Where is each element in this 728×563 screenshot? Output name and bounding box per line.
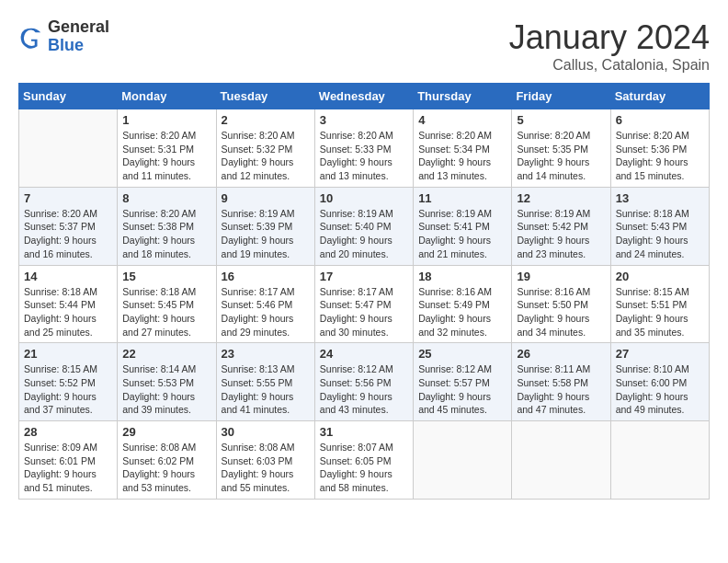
day-info: Sunrise: 8:13 AMSunset: 5:55 PMDaylight:… [222, 362, 310, 417]
day-cell: 6Sunrise: 8:20 AMSunset: 5:36 PMDaylight… [610, 109, 709, 188]
day-number: 23 [222, 347, 310, 361]
day-cell: 13Sunrise: 8:18 AMSunset: 5:43 PMDayligh… [610, 187, 709, 265]
day-info: Sunrise: 8:20 AMSunset: 5:37 PMDaylight:… [24, 207, 112, 261]
header-cell-monday: Monday [118, 84, 216, 109]
day-info: Sunrise: 8:20 AMSunset: 5:36 PMDaylight:… [616, 129, 704, 183]
day-number: 20 [616, 270, 704, 283]
day-cell [610, 421, 709, 500]
day-number: 19 [517, 270, 605, 283]
day-info: Sunrise: 8:19 AMSunset: 5:41 PMDaylight:… [418, 207, 506, 261]
week-row-1: 1Sunrise: 8:20 AMSunset: 5:31 PMDaylight… [19, 109, 710, 188]
day-info: Sunrise: 8:16 AMSunset: 5:50 PMDaylight:… [517, 285, 605, 339]
day-cell: 30Sunrise: 8:08 AMSunset: 6:03 PMDayligh… [216, 421, 314, 500]
week-row-4: 21Sunrise: 8:15 AMSunset: 5:52 PMDayligh… [19, 343, 710, 421]
day-cell: 28Sunrise: 8:09 AMSunset: 6:01 PMDayligh… [19, 421, 118, 500]
day-cell: 27Sunrise: 8:10 AMSunset: 6:00 PMDayligh… [610, 343, 709, 421]
day-info: Sunrise: 8:18 AMSunset: 5:44 PMDaylight:… [24, 285, 112, 339]
day-info: Sunrise: 8:12 AMSunset: 5:56 PMDaylight:… [320, 362, 408, 417]
day-number: 7 [24, 191, 112, 205]
logo: General Blue [18, 18, 109, 55]
day-number: 3 [320, 113, 408, 127]
day-info: Sunrise: 8:18 AMSunset: 5:45 PMDaylight:… [122, 285, 210, 339]
day-cell: 24Sunrise: 8:12 AMSunset: 5:56 PMDayligh… [314, 343, 413, 421]
day-number: 6 [616, 113, 704, 127]
header-cell-sunday: Sunday [19, 84, 118, 109]
day-cell: 12Sunrise: 8:19 AMSunset: 5:42 PMDayligh… [512, 187, 610, 265]
day-number: 9 [222, 191, 310, 205]
day-number: 22 [122, 347, 210, 361]
day-info: Sunrise: 8:15 AMSunset: 5:51 PMDaylight:… [616, 285, 704, 339]
week-row-5: 28Sunrise: 8:09 AMSunset: 6:01 PMDayligh… [19, 421, 710, 500]
header-cell-tuesday: Tuesday [216, 84, 314, 109]
page-header: General Blue January 2024 Callus, Catalo… [18, 18, 710, 74]
day-info: Sunrise: 8:10 AMSunset: 6:00 PMDaylight:… [616, 362, 704, 417]
day-info: Sunrise: 8:17 AMSunset: 5:46 PMDaylight:… [222, 285, 310, 339]
day-number: 25 [418, 347, 506, 361]
day-cell: 2Sunrise: 8:20 AMSunset: 5:32 PMDaylight… [216, 109, 314, 188]
day-number: 27 [616, 347, 704, 361]
day-number: 18 [418, 270, 506, 283]
day-cell: 3Sunrise: 8:20 AMSunset: 5:33 PMDaylight… [314, 109, 413, 188]
day-info: Sunrise: 8:12 AMSunset: 5:57 PMDaylight:… [418, 362, 506, 417]
day-cell: 18Sunrise: 8:16 AMSunset: 5:49 PMDayligh… [414, 265, 512, 343]
day-number: 10 [320, 191, 408, 205]
day-cell: 17Sunrise: 8:17 AMSunset: 5:47 PMDayligh… [314, 265, 413, 343]
logo-blue-text: Blue [48, 37, 109, 55]
day-number: 2 [222, 113, 310, 127]
day-cell: 25Sunrise: 8:12 AMSunset: 5:57 PMDayligh… [414, 343, 512, 421]
day-cell: 16Sunrise: 8:17 AMSunset: 5:46 PMDayligh… [216, 265, 314, 343]
header-cell-saturday: Saturday [610, 84, 709, 109]
header-cell-thursday: Thursday [414, 84, 512, 109]
day-number: 30 [222, 425, 310, 439]
day-cell: 20Sunrise: 8:15 AMSunset: 5:51 PMDayligh… [610, 265, 709, 343]
logo-general-text: General [48, 18, 109, 37]
title-block: January 2024 Callus, Catalonia, Spain [509, 18, 710, 74]
calendar-table: SundayMondayTuesdayWednesdayThursdayFrid… [18, 83, 710, 500]
day-cell: 29Sunrise: 8:08 AMSunset: 6:02 PMDayligh… [118, 421, 216, 500]
day-info: Sunrise: 8:15 AMSunset: 5:52 PMDaylight:… [24, 362, 112, 417]
day-number: 29 [122, 425, 210, 439]
day-info: Sunrise: 8:08 AMSunset: 6:02 PMDaylight:… [122, 441, 210, 495]
logo-text: General Blue [48, 18, 109, 55]
day-number: 14 [24, 270, 112, 283]
day-cell: 22Sunrise: 8:14 AMSunset: 5:53 PMDayligh… [118, 343, 216, 421]
day-cell [512, 421, 610, 500]
week-row-2: 7Sunrise: 8:20 AMSunset: 5:37 PMDaylight… [19, 187, 710, 265]
day-cell: 8Sunrise: 8:20 AMSunset: 5:38 PMDaylight… [118, 187, 216, 265]
logo-icon [18, 24, 44, 50]
day-number: 24 [320, 347, 408, 361]
day-info: Sunrise: 8:14 AMSunset: 5:53 PMDaylight:… [122, 362, 210, 417]
day-info: Sunrise: 8:09 AMSunset: 6:01 PMDaylight:… [24, 441, 112, 495]
day-number: 8 [122, 191, 210, 205]
day-info: Sunrise: 8:20 AMSunset: 5:34 PMDaylight:… [418, 129, 506, 183]
day-number: 11 [418, 191, 506, 205]
day-info: Sunrise: 8:16 AMSunset: 5:49 PMDaylight:… [418, 285, 506, 339]
day-info: Sunrise: 8:20 AMSunset: 5:35 PMDaylight:… [517, 129, 605, 183]
day-cell [19, 109, 118, 188]
day-info: Sunrise: 8:08 AMSunset: 6:03 PMDaylight:… [222, 441, 310, 495]
day-cell: 19Sunrise: 8:16 AMSunset: 5:50 PMDayligh… [512, 265, 610, 343]
day-cell: 10Sunrise: 8:19 AMSunset: 5:40 PMDayligh… [314, 187, 413, 265]
day-cell: 21Sunrise: 8:15 AMSunset: 5:52 PMDayligh… [19, 343, 118, 421]
day-number: 1 [122, 113, 210, 127]
day-info: Sunrise: 8:07 AMSunset: 6:05 PMDaylight:… [320, 441, 408, 495]
day-cell: 5Sunrise: 8:20 AMSunset: 5:35 PMDaylight… [512, 109, 610, 188]
day-info: Sunrise: 8:18 AMSunset: 5:43 PMDaylight:… [616, 207, 704, 261]
calendar-body: 1Sunrise: 8:20 AMSunset: 5:31 PMDaylight… [19, 109, 710, 500]
day-cell: 11Sunrise: 8:19 AMSunset: 5:41 PMDayligh… [414, 187, 512, 265]
header-cell-wednesday: Wednesday [314, 84, 413, 109]
calendar-header: SundayMondayTuesdayWednesdayThursdayFrid… [19, 84, 710, 109]
header-cell-friday: Friday [512, 84, 610, 109]
day-cell: 31Sunrise: 8:07 AMSunset: 6:05 PMDayligh… [314, 421, 413, 500]
day-info: Sunrise: 8:19 AMSunset: 5:42 PMDaylight:… [517, 207, 605, 261]
day-number: 15 [122, 270, 210, 283]
day-info: Sunrise: 8:20 AMSunset: 5:33 PMDaylight:… [320, 129, 408, 183]
calendar-subtitle: Callus, Catalonia, Spain [509, 57, 710, 74]
header-row: SundayMondayTuesdayWednesdayThursdayFrid… [19, 84, 710, 109]
day-number: 21 [24, 347, 112, 361]
day-cell: 9Sunrise: 8:19 AMSunset: 5:39 PMDaylight… [216, 187, 314, 265]
week-row-3: 14Sunrise: 8:18 AMSunset: 5:44 PMDayligh… [19, 265, 710, 343]
day-cell: 1Sunrise: 8:20 AMSunset: 5:31 PMDaylight… [118, 109, 216, 188]
day-info: Sunrise: 8:20 AMSunset: 5:31 PMDaylight:… [122, 129, 210, 183]
day-cell: 7Sunrise: 8:20 AMSunset: 5:37 PMDaylight… [19, 187, 118, 265]
